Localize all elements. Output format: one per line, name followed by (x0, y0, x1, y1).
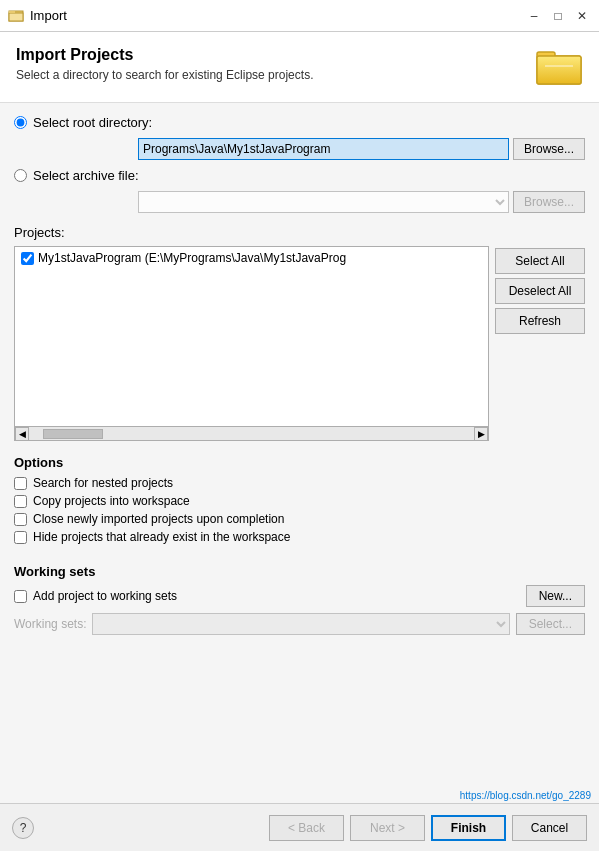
scrollbar-thumb[interactable] (43, 429, 103, 439)
working-sets-label: Working sets: (14, 617, 86, 631)
copy-projects-label: Copy projects into workspace (33, 494, 190, 508)
finish-button[interactable]: Finish (431, 815, 506, 841)
working-sets-title: Working sets (14, 564, 585, 579)
new-working-set-button[interactable]: New... (526, 585, 585, 607)
root-directory-label[interactable]: Select root directory: (33, 115, 152, 130)
browse-root-button[interactable]: Browse... (513, 138, 585, 160)
projects-area: My1stJavaProgram (E:\MyPrograms\Java\My1… (14, 246, 585, 441)
list-item: My1stJavaProgram (E:\MyPrograms\Java\My1… (17, 249, 486, 267)
header-text: Import Projects Select a directory to se… (16, 46, 525, 82)
projects-buttons: Select All Deselect All Refresh (495, 246, 585, 441)
title-bar: Import – □ ✕ (0, 0, 599, 32)
ws-add-row: Add project to working sets New... (14, 585, 585, 607)
scroll-right-arrow[interactable]: ▶ (474, 427, 488, 441)
svg-rect-5 (537, 56, 581, 84)
root-directory-row: Select root directory: (14, 115, 585, 130)
archive-row: Browse... (14, 191, 585, 213)
option-hide-row: Hide projects that already exist in the … (14, 530, 585, 544)
working-sets-combo[interactable] (92, 613, 509, 635)
browse-archive-button: Browse... (513, 191, 585, 213)
svg-rect-2 (9, 11, 15, 13)
options-section: Options Search for nested projects Copy … (14, 455, 585, 548)
title-bar-text: Import (30, 8, 525, 23)
title-bar-controls: – □ ✕ (525, 7, 591, 25)
projects-list: My1stJavaProgram (E:\MyPrograms\Java\My1… (15, 247, 488, 269)
cancel-button[interactable]: Cancel (512, 815, 587, 841)
svg-rect-1 (9, 13, 23, 21)
refresh-button[interactable]: Refresh (495, 308, 585, 334)
nested-projects-checkbox[interactable] (14, 477, 27, 490)
option-close-row: Close newly imported projects upon compl… (14, 512, 585, 526)
archive-file-combo[interactable] (138, 191, 509, 213)
working-sets-section: Working sets Add project to working sets… (14, 564, 585, 635)
projects-list-container[interactable]: My1stJavaProgram (E:\MyPrograms\Java\My1… (14, 246, 489, 441)
import-icon (8, 8, 24, 24)
maximize-button[interactable]: □ (549, 7, 567, 25)
add-working-set-label[interactable]: Add project to working sets (33, 589, 177, 603)
archive-file-label[interactable]: Select archive file: (33, 168, 139, 183)
select-working-set-button: Select... (516, 613, 585, 635)
project-name: My1stJavaProgram (E:\MyPrograms\Java\My1… (38, 251, 346, 265)
deselect-all-button[interactable]: Deselect All (495, 278, 585, 304)
help-button[interactable]: ? (12, 817, 34, 839)
hide-projects-label: Hide projects that already exist in the … (33, 530, 290, 544)
horizontal-scrollbar[interactable]: ◀ ▶ (15, 426, 488, 440)
close-projects-checkbox[interactable] (14, 513, 27, 526)
option-nested-row: Search for nested projects (14, 476, 585, 490)
header-title: Import Projects (16, 46, 525, 64)
root-directory-input[interactable] (138, 138, 509, 160)
options-title: Options (14, 455, 585, 470)
ws-sets-row: Working sets: Select... (14, 613, 585, 635)
select-all-button[interactable]: Select All (495, 248, 585, 274)
dir-row: Browse... (14, 138, 585, 160)
folder-icon (535, 46, 583, 88)
nested-projects-label: Search for nested projects (33, 476, 173, 490)
add-working-set-checkbox[interactable] (14, 590, 27, 603)
root-directory-radio[interactable] (14, 116, 27, 129)
copy-projects-checkbox[interactable] (14, 495, 27, 508)
header-section: Import Projects Select a directory to se… (0, 32, 599, 103)
header-subtitle: Select a directory to search for existin… (16, 68, 525, 82)
project-checkbox[interactable] (21, 252, 34, 265)
hide-projects-checkbox[interactable] (14, 531, 27, 544)
projects-label: Projects: (14, 225, 585, 240)
option-copy-row: Copy projects into workspace (14, 494, 585, 508)
minimize-button[interactable]: – (525, 7, 543, 25)
dialog-body: Import Projects Select a directory to se… (0, 32, 599, 803)
scroll-left-arrow[interactable]: ◀ (15, 427, 29, 441)
watermark-url: https://blog.csdn.net/go_2289 (0, 788, 599, 803)
close-button[interactable]: ✕ (573, 7, 591, 25)
content: Select root directory: Browse... Select … (0, 103, 599, 788)
footer: ? < Back Next > Finish Cancel (0, 803, 599, 851)
archive-file-row: Select archive file: (14, 168, 585, 183)
back-button: < Back (269, 815, 344, 841)
archive-file-radio[interactable] (14, 169, 27, 182)
next-button: Next > (350, 815, 425, 841)
close-projects-label: Close newly imported projects upon compl… (33, 512, 284, 526)
